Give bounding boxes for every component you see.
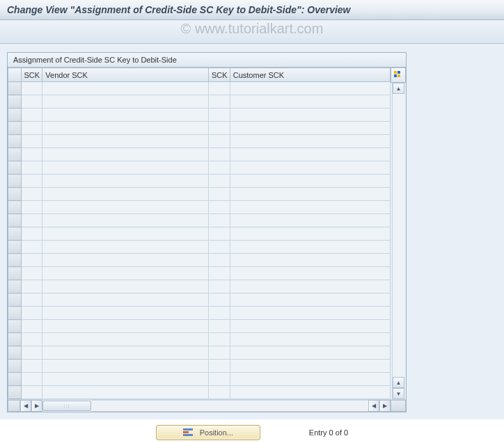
- row-selector[interactable]: [8, 161, 22, 175]
- grid-cell[interactable]: [230, 201, 390, 214]
- grid-cell[interactable]: [21, 95, 42, 108]
- grid-cell[interactable]: [230, 267, 390, 280]
- grid-cell[interactable]: [42, 267, 209, 280]
- grid-cell[interactable]: [208, 227, 230, 241]
- row-selector[interactable]: [8, 82, 22, 95]
- grid-cell[interactable]: [42, 386, 209, 399]
- scroll-down-button[interactable]: ▼: [393, 388, 404, 399]
- grid-cell[interactable]: [42, 95, 209, 108]
- table-row[interactable]: [8, 280, 391, 293]
- grid-cell[interactable]: [21, 293, 42, 307]
- row-selector[interactable]: [8, 333, 22, 346]
- table-row[interactable]: [8, 293, 391, 307]
- grid-cell[interactable]: [21, 175, 42, 188]
- row-selector[interactable]: [8, 201, 22, 214]
- table-row[interactable]: [8, 108, 391, 122]
- grid-cell[interactable]: [208, 108, 230, 122]
- grid-cell[interactable]: [21, 82, 42, 95]
- table-row[interactable]: [8, 161, 391, 175]
- grid-cell[interactable]: [42, 293, 209, 307]
- col-header-sck2[interactable]: SCK: [208, 68, 230, 82]
- grid-cell[interactable]: [21, 280, 42, 293]
- grid-cell[interactable]: [230, 214, 390, 227]
- grid-cell[interactable]: [42, 373, 209, 386]
- grid-cell[interactable]: [42, 175, 209, 188]
- grid-cell[interactable]: [230, 346, 390, 360]
- row-selector[interactable]: [8, 108, 22, 122]
- grid-cell[interactable]: [21, 135, 42, 148]
- grid-cell[interactable]: [230, 135, 390, 148]
- row-selector[interactable]: [8, 307, 22, 320]
- hscroll-track[interactable]: [91, 400, 368, 412]
- grid-cell[interactable]: [42, 161, 209, 175]
- grid-cell[interactable]: [21, 307, 42, 320]
- col-header-sck1[interactable]: SCK: [21, 68, 42, 82]
- row-selector[interactable]: [8, 293, 22, 307]
- grid-cell[interactable]: [230, 241, 390, 254]
- grid-cell[interactable]: [208, 214, 230, 227]
- grid-cell[interactable]: [42, 214, 209, 227]
- grid-cell[interactable]: [208, 360, 230, 373]
- grid-cell[interactable]: [208, 386, 230, 399]
- grid-cell[interactable]: [230, 227, 390, 241]
- grid-cell[interactable]: [42, 254, 209, 267]
- table-row[interactable]: [8, 386, 391, 399]
- table-row[interactable]: [8, 148, 391, 161]
- grid-cell[interactable]: [21, 214, 42, 227]
- col-header-customer-sck[interactable]: Customer SCK: [230, 68, 390, 82]
- grid-cell[interactable]: [230, 122, 390, 135]
- grid-cell[interactable]: [230, 148, 390, 161]
- position-button[interactable]: Position...: [156, 425, 260, 440]
- grid-cell[interactable]: [230, 386, 390, 399]
- grid-cell[interactable]: [42, 360, 209, 373]
- grid-cell[interactable]: [208, 333, 230, 346]
- grid-cell[interactable]: [21, 267, 42, 280]
- row-selector[interactable]: [8, 386, 22, 399]
- row-selector[interactable]: [8, 135, 22, 148]
- grid-cell[interactable]: [21, 373, 42, 386]
- grid-cell[interactable]: [42, 333, 209, 346]
- table-row[interactable]: [8, 333, 391, 346]
- grid-cell[interactable]: [42, 82, 209, 95]
- grid-cell[interactable]: [208, 82, 230, 95]
- grid-cell[interactable]: [208, 201, 230, 214]
- grid-cell[interactable]: [208, 122, 230, 135]
- grid-cell[interactable]: [42, 320, 209, 333]
- grid-cell[interactable]: [208, 346, 230, 360]
- table-config-button[interactable]: [391, 67, 406, 83]
- grid-cell[interactable]: [208, 267, 230, 280]
- grid-cell[interactable]: [42, 188, 209, 201]
- grid-cell[interactable]: [230, 188, 390, 201]
- grid-cell[interactable]: [208, 188, 230, 201]
- grid-cell[interactable]: [42, 280, 209, 293]
- grid-cell[interactable]: [208, 254, 230, 267]
- row-selector[interactable]: [8, 360, 22, 373]
- hscroll-right-button[interactable]: ▶: [379, 400, 391, 412]
- grid-cell[interactable]: [21, 188, 42, 201]
- hscroll-left-button[interactable]: ◀: [20, 400, 31, 412]
- grid-cell[interactable]: [230, 95, 390, 108]
- grid-cell[interactable]: [21, 346, 42, 360]
- col-header-vendor-sck[interactable]: Vendor SCK: [42, 68, 209, 82]
- grid-cell[interactable]: [21, 386, 42, 399]
- grid-cell[interactable]: [230, 280, 390, 293]
- table-row[interactable]: [8, 122, 391, 135]
- grid-cell[interactable]: [42, 135, 209, 148]
- grid-cell[interactable]: [42, 307, 209, 320]
- grid-cell[interactable]: [208, 161, 230, 175]
- table-row[interactable]: [8, 360, 391, 373]
- hscroll-right1-button[interactable]: ▶: [31, 400, 42, 412]
- table-row[interactable]: [8, 201, 391, 214]
- grid-cell[interactable]: [42, 241, 209, 254]
- grid-cell[interactable]: [230, 320, 390, 333]
- grid-cell[interactable]: [208, 148, 230, 161]
- grid-cell[interactable]: [21, 320, 42, 333]
- grid-cell[interactable]: [42, 108, 209, 122]
- grid-cell[interactable]: [230, 254, 390, 267]
- table-row[interactable]: [8, 214, 391, 227]
- grid-cell[interactable]: [208, 373, 230, 386]
- grid-cell[interactable]: [21, 148, 42, 161]
- grid-cell[interactable]: [208, 135, 230, 148]
- table-row[interactable]: [8, 241, 391, 254]
- grid-cell[interactable]: [208, 95, 230, 108]
